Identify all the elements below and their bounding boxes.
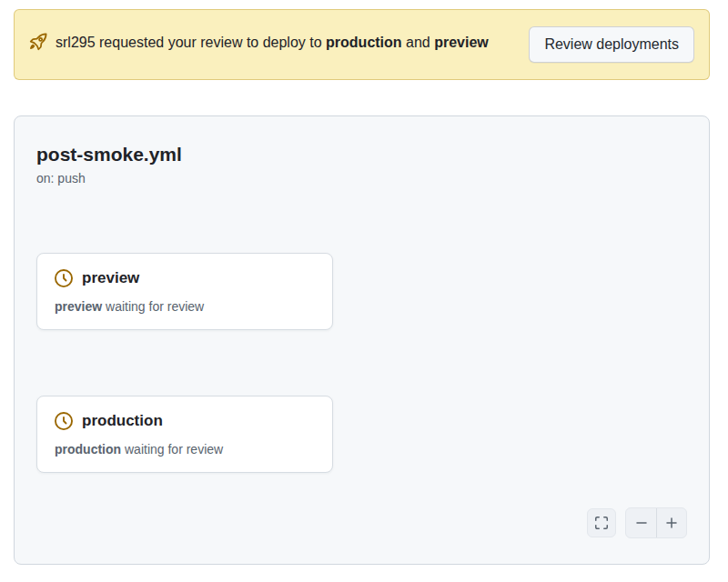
job-status-env: preview	[55, 299, 102, 314]
job-header: preview	[55, 269, 315, 287]
minus-icon	[634, 516, 649, 530]
banner-message-and: and	[402, 35, 435, 50]
job-status-rest: waiting for review	[121, 442, 223, 457]
workflow-file-name: post-smoke.yml	[36, 144, 687, 166]
workflow-trigger: on: push	[36, 171, 687, 186]
banner-actor: srl295	[56, 35, 96, 50]
job-name: preview	[82, 269, 139, 287]
graph-controls	[587, 507, 687, 538]
fit-to-screen-button[interactable]	[587, 508, 616, 537]
job-status: production waiting for review	[55, 442, 315, 457]
plus-icon	[664, 516, 679, 530]
banner-env-production: production	[326, 35, 402, 50]
job-card-preview[interactable]: preview preview waiting for review	[36, 253, 333, 330]
zoom-in-button[interactable]	[656, 508, 686, 537]
clock-icon	[55, 412, 73, 430]
zoom-control-group	[625, 507, 687, 538]
job-header: production	[55, 412, 315, 430]
job-status-env: production	[55, 442, 121, 457]
fit-to-screen-icon	[594, 516, 609, 530]
job-list: preview preview waiting for review produ…	[36, 253, 333, 473]
job-name: production	[82, 412, 163, 430]
rocket-icon	[29, 33, 47, 59]
clock-icon	[55, 269, 73, 287]
job-status: preview waiting for review	[55, 299, 315, 314]
job-card-production[interactable]: production production waiting for review	[36, 396, 333, 473]
review-deployments-button[interactable]: Review deployments	[529, 26, 694, 63]
deployment-review-banner: srl295 requested your review to deploy t…	[14, 9, 710, 80]
job-status-rest: waiting for review	[102, 299, 204, 314]
banner-message-mid: requested your review to deploy to	[96, 35, 326, 50]
zoom-out-button[interactable]	[626, 508, 656, 537]
banner-message: srl295 requested your review to deploy t…	[29, 30, 489, 59]
banner-env-preview: preview	[434, 35, 489, 50]
workflow-graph-panel: post-smoke.yml on: push preview preview …	[14, 115, 710, 565]
